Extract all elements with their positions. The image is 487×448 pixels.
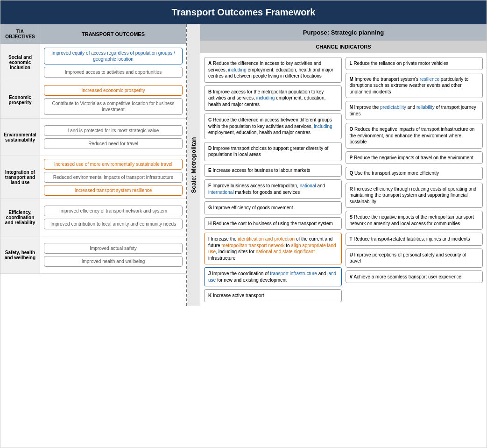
outcome-item-environmental-0: Land is protected for its most strategic… (44, 125, 183, 136)
outcome-item-social-0: Improved equity of access regardless of … (44, 48, 183, 64)
objective-label-environmental: Environmental sustainability (0, 119, 40, 156)
indicator-l: L Reduce the reliance on private motor v… (346, 57, 483, 70)
outcome-item-safety-1: Improved health and wellbeing (44, 256, 183, 267)
scale-label: Scale: Metropolitan (187, 24, 200, 306)
left-header-row: TIA OBJECTIVES TRANSPORT OUTCOMES (0, 24, 186, 44)
outcome-item-efficiency-1: Improved contribution to local amenity a… (44, 219, 183, 229)
transport-outcomes-header: TRANSPORT OUTCOMES (40, 24, 186, 44)
left-indicators-col: A Reduce the difference in access to key… (204, 57, 342, 302)
purpose-header: Purpose: Strategic planning (200, 24, 487, 41)
indicator-f: F Improve business access to metropolita… (204, 179, 342, 199)
objective-label-social: Social and economic inclusion (0, 44, 40, 81)
indicator-c: C Reduce the difference in access betwee… (204, 114, 342, 139)
outcomes-list-integration: Increased use of more environmentally su… (40, 156, 186, 199)
objective-section-social: Social and economic inclusionImproved eq… (0, 44, 186, 81)
indicator-r: R Increase efficiency through reducing c… (346, 183, 483, 208)
indicator-n: N Improve the predictability and reliabi… (346, 101, 483, 120)
indicator-e: E Increase access for business to labour… (204, 164, 342, 177)
objective-section-safety: Safety, health and wellbeingImproved act… (0, 236, 186, 274)
objective-label-economic: Economic prosperity (0, 81, 40, 118)
objective-section-integration: Integration of transport and land useInc… (0, 156, 186, 199)
objective-section-economic: Economic prosperityIncreased economic pr… (0, 81, 186, 119)
right-panel: Purpose: Strategic planning CHANGE INDIC… (200, 24, 487, 306)
indicator-p: P Reduce the negative impacts of travel … (346, 151, 483, 164)
indicator-a: A Reduce the difference in access to key… (204, 57, 342, 83)
main-container: Transport Outcomes Framework TIA OBJECTI… (0, 0, 487, 448)
indicator-o: O Reduce the negative impacts of transpo… (346, 123, 483, 149)
outcome-item-integration-0: Increased use of more environmentally su… (44, 159, 183, 170)
indicator-m: M Improve the transport system's resilie… (346, 73, 483, 99)
outcome-item-environmental-1: Reduced need for travel (44, 138, 183, 149)
indicator-d: D Improve transport choices to support g… (204, 142, 342, 161)
outcome-item-integration-2: Increased transport system resilience (44, 185, 183, 196)
outcomes-list-economic: Increased economic prosperityContribute … (40, 81, 186, 118)
indicator-v: V Achieve a more seamless transport user… (346, 270, 483, 284)
right-indicators-col: L Reduce the reliance on private motor v… (346, 57, 483, 302)
indicator-u: U Improve perceptions of personal safety… (346, 249, 483, 268)
outcomes-list-environmental: Land is protected for its most strategic… (40, 119, 186, 156)
objective-label-efficiency: Efficiency, coordination and reliability (0, 199, 40, 236)
indicator-h: H Reduce the cost to business of using t… (204, 217, 342, 230)
outcome-item-economic-0: Increased economic prosperity (44, 85, 183, 96)
outcome-item-social-1: Improved access to activities and opport… (44, 67, 183, 78)
indicator-j: J Improve the coordination of transport … (204, 267, 342, 286)
indicator-q: Q Use the transport system more efficien… (346, 167, 483, 180)
objective-label-integration: Integration of transport and land use (0, 156, 40, 199)
outcomes-list-efficiency: Improved efficiency of transport network… (40, 199, 186, 236)
tia-header: TIA OBJECTIVES (0, 24, 40, 44)
indicator-s: S Reduce the negative impacts of the met… (346, 211, 483, 230)
outcome-item-integration-1: Reduced environmental impacts of transpo… (44, 172, 183, 183)
page-title: Transport Outcomes Framework (0, 0, 487, 24)
outcome-item-economic-1: Contribute to Victoria as a competitive … (44, 98, 183, 115)
left-panel: TIA OBJECTIVES TRANSPORT OUTCOMES Social… (0, 24, 187, 306)
objective-label-safety: Safety, health and wellbeing (0, 236, 40, 273)
indicator-t: T Reduce transport-related fatalities, i… (346, 233, 483, 246)
outcomes-list-safety: Improved actual safetyImproved health an… (40, 236, 186, 273)
change-indicators-header: CHANGE INDICATORS (200, 41, 487, 53)
content-area: TIA OBJECTIVES TRANSPORT OUTCOMES Social… (0, 24, 487, 306)
objectives-container: Social and economic inclusionImproved eq… (0, 44, 186, 274)
indicator-b: B Improve access for the metropolitan po… (204, 85, 342, 111)
indicator-i: I Increase the identification and protec… (204, 233, 342, 264)
outcomes-list-social: Improved equity of access regardless of … (40, 44, 186, 81)
objective-section-environmental: Environmental sustainabilityLand is prot… (0, 119, 186, 156)
outcome-item-efficiency-0: Improved efficiency of transport network… (44, 206, 183, 216)
indicator-k: K Increase active transport (204, 289, 342, 302)
objective-section-efficiency: Efficiency, coordination and reliability… (0, 199, 186, 236)
outcome-item-safety-0: Improved actual safety (44, 243, 183, 254)
indicators-grid: A Reduce the difference in access to key… (200, 53, 487, 306)
indicator-g: G Improve efficiency of goods movement (204, 201, 342, 214)
